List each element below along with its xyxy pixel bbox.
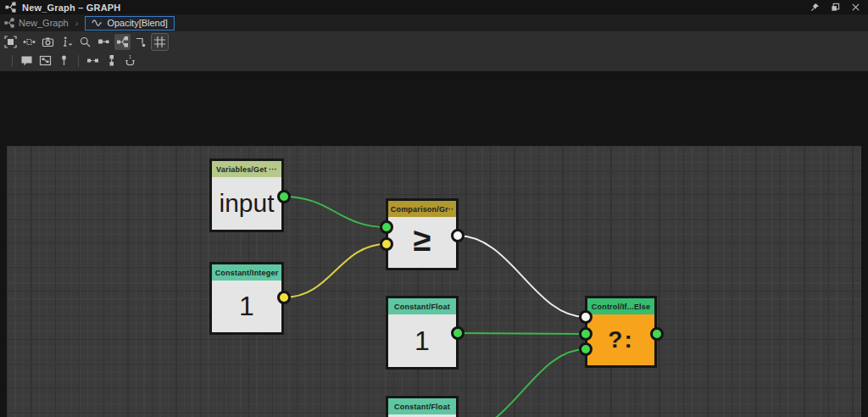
node-header: Control/If...Else bbox=[587, 298, 654, 314]
tab-opacity-blend[interactable]: Opacity[Blend] bbox=[85, 16, 175, 31]
graph-app-icon bbox=[5, 2, 16, 13]
node-get-input[interactable]: Variables/Get ··· input bbox=[209, 158, 284, 232]
port-out-const-int-1[interactable] bbox=[277, 291, 291, 304]
elbow-connection-button[interactable] bbox=[133, 34, 149, 50]
stack-nodes-button[interactable] bbox=[103, 53, 120, 69]
node-header: Constant/Integer bbox=[212, 264, 281, 281]
fit-view-icon bbox=[23, 36, 36, 48]
snap-magnet-button[interactable] bbox=[122, 53, 138, 69]
snap-magnet-icon bbox=[124, 54, 136, 67]
toolbar-separator bbox=[12, 55, 13, 67]
wire-compare-to-ifelse[interactable] bbox=[458, 236, 586, 317]
chevron-right-icon: › bbox=[75, 18, 79, 28]
node-value: ≥ bbox=[388, 217, 456, 268]
graph-canvas[interactable]: Variables/Get ··· input Constant/Integer… bbox=[7, 146, 861, 417]
port-in-ifelse-true[interactable] bbox=[579, 327, 593, 341]
port-out-ifelse[interactable] bbox=[650, 327, 664, 341]
pin-icon bbox=[810, 3, 820, 12]
node-header: Constant/Float bbox=[388, 298, 456, 314]
pin-node-button[interactable] bbox=[56, 53, 72, 69]
restore-window-button[interactable] bbox=[827, 1, 843, 14]
node-header: Constant/Float bbox=[388, 398, 456, 414]
stack-nodes-icon bbox=[105, 54, 118, 67]
port-out-compare[interactable] bbox=[451, 229, 465, 242]
zoom-search-button[interactable] bbox=[77, 34, 93, 50]
port-in-compare-a[interactable] bbox=[380, 220, 393, 234]
window-title: New_Graph – GRAPH bbox=[22, 3, 120, 13]
node-if-else[interactable]: Control/If...Else ?: bbox=[585, 296, 657, 368]
search-icon bbox=[79, 36, 92, 48]
toolbar-row-2 bbox=[8, 53, 138, 69]
info-icon bbox=[60, 36, 73, 48]
toolbar-separator bbox=[78, 55, 79, 67]
preview-thumbnail-icon bbox=[39, 54, 52, 67]
wire-layer bbox=[7, 146, 861, 417]
comment-button[interactable] bbox=[19, 53, 35, 69]
node-const-int-1[interactable]: Constant/Integer 1 bbox=[209, 262, 284, 335]
title-bar: New_Graph – GRAPH bbox=[0, 0, 868, 14]
marquee-select-icon bbox=[4, 36, 17, 48]
port-in-ifelse-false[interactable] bbox=[579, 342, 593, 356]
canvas-frame: Variables/Get ··· input Constant/Integer… bbox=[0, 71, 868, 417]
connect-ports-icon bbox=[86, 54, 99, 67]
grid-snap-button[interactable] bbox=[152, 34, 168, 50]
node-header: Comparison/Gr·· bbox=[388, 201, 456, 217]
camera-icon bbox=[42, 36, 54, 48]
tab-label: Opacity[Blend] bbox=[107, 18, 168, 28]
pushpin-icon bbox=[58, 54, 70, 67]
wire-float0-to-ifelse[interactable] bbox=[458, 349, 586, 417]
node-greater-equal[interactable]: Comparison/Gr·· ≥ bbox=[386, 198, 459, 270]
port-in-compare-b[interactable] bbox=[380, 237, 393, 251]
wire-input-to-compare[interactable] bbox=[284, 197, 387, 227]
marquee-select-button[interactable] bbox=[3, 34, 19, 50]
preview-thumbnail-button[interactable] bbox=[37, 53, 53, 69]
wave-icon bbox=[92, 19, 103, 27]
breadcrumb: New_Graph › Opacity[Blend] bbox=[0, 14, 868, 31]
node-value: input bbox=[212, 177, 281, 230]
wire-float1-to-ifelse[interactable] bbox=[458, 333, 586, 334]
node-const-float-0[interactable]: Constant/Float 0 bbox=[386, 396, 459, 417]
port-in-ifelse-cond[interactable] bbox=[579, 310, 593, 324]
wire-int1-to-compare[interactable] bbox=[284, 244, 387, 297]
graph-editor-window: New_Graph – GRAPH New_Grap bbox=[0, 0, 868, 417]
toolbar bbox=[0, 31, 868, 71]
connect-ports-button[interactable] bbox=[85, 53, 101, 69]
branch-layout-icon bbox=[116, 36, 129, 48]
elbow-connection-icon bbox=[135, 36, 147, 48]
graph-crumb-icon bbox=[4, 18, 14, 28]
screenshot-button[interactable] bbox=[40, 34, 56, 50]
breadcrumb-root[interactable]: New_Graph bbox=[19, 18, 69, 28]
toolbar-row-1 bbox=[3, 34, 168, 50]
node-value: 1 bbox=[388, 314, 456, 367]
port-out-const-float-1[interactable] bbox=[451, 326, 465, 340]
link-nodes-button[interactable] bbox=[96, 34, 112, 50]
grid-frame-icon bbox=[153, 36, 166, 48]
node-header: Variables/Get ··· bbox=[212, 161, 281, 177]
info-dropdown-button[interactable] bbox=[58, 34, 75, 50]
node-value: 1 bbox=[212, 281, 281, 332]
close-window-button[interactable] bbox=[848, 1, 863, 14]
comment-bubble-icon bbox=[20, 54, 33, 67]
port-out-get-input[interactable] bbox=[277, 190, 291, 203]
restore-icon bbox=[831, 3, 840, 12]
link-nodes-icon bbox=[97, 36, 110, 48]
branch-layout-button[interactable] bbox=[114, 34, 131, 50]
pin-window-button[interactable] bbox=[807, 1, 822, 14]
node-const-float-1[interactable]: Constant/Float 1 bbox=[386, 296, 459, 370]
node-value: ?: bbox=[587, 314, 654, 365]
fit-view-button[interactable] bbox=[21, 34, 37, 50]
close-icon bbox=[851, 3, 860, 12]
